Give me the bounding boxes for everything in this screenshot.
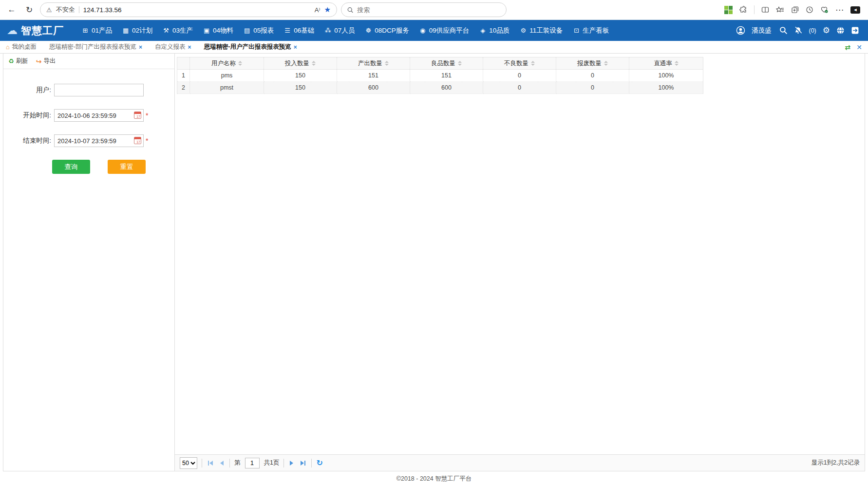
export-button[interactable]: ↪ 导出 — [36, 57, 56, 65]
col-scrap-qty[interactable]: 报废数量 — [556, 57, 629, 70]
tab-dept-output-report[interactable]: 恩瑞精密-部门产出报表报表预览 × — [49, 43, 142, 51]
close-icon[interactable]: × — [188, 44, 191, 51]
first-page-icon[interactable] — [207, 461, 214, 466]
security-label: 不安全 — [56, 5, 75, 14]
gear-icon[interactable]: ⚙ — [823, 25, 830, 36]
tab-label: 我的桌面 — [12, 43, 37, 51]
close-all-icon[interactable]: ✕ — [856, 43, 862, 51]
page-prefix: 第 — [234, 459, 241, 467]
app-title: 智慧工厂 — [21, 24, 64, 37]
close-icon[interactable]: × — [294, 44, 297, 51]
notifications-muted-icon[interactable] — [794, 26, 802, 35]
reset-button[interactable]: 重置 — [108, 160, 146, 174]
col-username[interactable]: 用户名称 — [190, 57, 264, 70]
calendar-icon[interactable] — [134, 137, 141, 144]
tab-label: 恩瑞精密-部门产出报表报表预览 — [49, 43, 136, 51]
col-input-qty[interactable]: 投入数量 — [264, 57, 337, 70]
query-button[interactable]: 查询 — [52, 160, 90, 174]
col-label: 产出数量 — [358, 60, 382, 67]
col-defect-qty[interactable]: 不良数量 — [483, 57, 556, 70]
wrench-icon: ⚙ — [519, 27, 527, 34]
tab-custom-report[interactable]: 自定义报表 × — [155, 43, 191, 51]
end-time-input[interactable] — [54, 134, 144, 147]
next-page-icon[interactable] — [288, 461, 295, 466]
address-bar[interactable]: ⚠ 不安全 124.71.33.56 A⁾ ★ — [40, 2, 337, 17]
nav-item-quality[interactable]: ◈10品质 — [474, 20, 514, 41]
sidebar-toggle-icon[interactable]: ◄ — [850, 6, 860, 14]
nav-label: 02计划 — [132, 26, 152, 35]
nav-item-personnel[interactable]: ⁂07人员 — [319, 20, 359, 41]
refresh-button[interactable]: ♻ 刷新 — [8, 57, 28, 65]
nav-item-dcp[interactable]: ☸08DCP服务 — [359, 20, 414, 41]
history-icon[interactable] — [806, 6, 813, 14]
sort-icon[interactable] — [238, 61, 242, 66]
workspace-logo-icon[interactable] — [724, 6, 733, 14]
nav-item-product[interactable]: ⊞01产品 — [76, 20, 117, 41]
tab-my-desktop[interactable]: ⌂ 我的桌面 — [6, 43, 37, 51]
people-icon: ⁂ — [324, 27, 332, 34]
badge-icon: ◉ — [419, 27, 427, 34]
nav-item-equipment[interactable]: ⚙11工装设备 — [514, 20, 567, 41]
nav-item-dashboard[interactable]: ⊡生产看板 — [567, 20, 614, 41]
sort-icon[interactable] — [531, 61, 535, 66]
page-size-select[interactable]: 50 — [180, 457, 197, 469]
table-row[interactable]: 2 pmst 150 600 600 0 0 100% — [177, 82, 703, 94]
dashboard-icon: ⊡ — [572, 27, 580, 34]
last-page-icon[interactable] — [299, 461, 307, 466]
col-output-qty[interactable]: 产出数量 — [337, 57, 410, 70]
col-label: 投入数量 — [285, 60, 309, 67]
nav-item-supplier[interactable]: ◉09供应商平台 — [414, 20, 474, 41]
sort-icon[interactable] — [604, 61, 608, 66]
user-field-row: 用户: — [3, 84, 174, 96]
favorites-icon[interactable] — [776, 6, 784, 14]
notification-count: (0) — [809, 27, 816, 34]
user-name[interactable]: 潘茂盛 — [752, 26, 772, 35]
start-time-row: 开始时间: * — [3, 109, 174, 122]
browser-search-input[interactable] — [357, 6, 500, 14]
reload-icon[interactable]: ↻ — [22, 3, 36, 17]
close-icon[interactable]: × — [139, 44, 142, 51]
col-good-qty[interactable]: 良品数量 — [410, 57, 483, 70]
nav-item-base[interactable]: ☰06基础 — [279, 20, 319, 41]
nav-label: 生产看板 — [583, 26, 609, 35]
user-input[interactable] — [54, 84, 144, 96]
form-buttons: 查询 重置 — [52, 160, 174, 174]
prev-page-icon[interactable] — [219, 461, 225, 466]
more-options-icon[interactable]: ⋯ — [835, 5, 844, 15]
tab-user-output-report[interactable]: 恩瑞精密-用户产出报表报表预览 × — [204, 43, 297, 51]
query-form: 用户: 开始时间: * 结束时间: — [3, 69, 174, 174]
col-label: 不良数量 — [504, 60, 528, 67]
app-brand[interactable]: ☁ 智慧工厂 — [7, 24, 64, 37]
calendar-icon[interactable] — [134, 112, 141, 119]
logout-icon[interactable] — [851, 26, 859, 35]
globe-icon[interactable] — [836, 26, 845, 35]
favorite-star-icon[interactable]: ★ — [324, 5, 331, 14]
browser-search-box[interactable] — [341, 2, 507, 17]
refresh-tab-icon[interactable]: ⇄ — [845, 43, 851, 51]
plan-icon: ▦ — [122, 27, 130, 34]
sort-icon[interactable] — [458, 61, 462, 66]
nav-item-report[interactable]: ▤05报表 — [238, 20, 279, 41]
collections-icon[interactable] — [791, 6, 799, 14]
read-aloud-icon[interactable]: A⁾ — [315, 6, 321, 14]
sort-icon[interactable] — [312, 61, 316, 66]
export-label: 导出 — [43, 57, 56, 65]
col-pass-rate[interactable]: 直通率 — [629, 57, 703, 70]
page-number-input[interactable] — [245, 458, 260, 468]
browser-essentials-icon[interactable] — [820, 6, 829, 14]
extensions-icon[interactable] — [739, 6, 747, 14]
table-row[interactable]: 1 pms 150 151 151 0 0 100% — [177, 70, 703, 82]
sort-icon[interactable] — [385, 61, 389, 66]
avatar-icon[interactable] — [736, 26, 745, 35]
nav-item-material[interactable]: ▣04物料 — [198, 20, 238, 41]
nav-item-plan[interactable]: ▦02计划 — [117, 20, 157, 41]
back-icon[interactable]: ← — [5, 3, 19, 17]
sort-icon[interactable] — [675, 61, 679, 66]
row-number-header — [177, 57, 190, 70]
search-icon[interactable] — [779, 26, 788, 35]
nav-item-production[interactable]: ⚒03生产 — [157, 20, 198, 41]
cell-good-qty: 151 — [410, 70, 483, 82]
start-time-input[interactable] — [54, 109, 144, 122]
reload-grid-icon[interactable]: ↻ — [316, 458, 322, 467]
split-screen-icon[interactable] — [761, 6, 769, 14]
